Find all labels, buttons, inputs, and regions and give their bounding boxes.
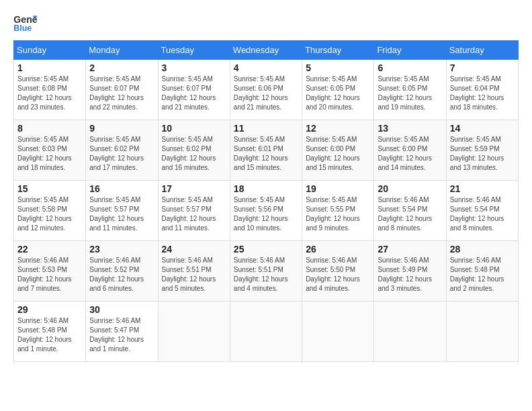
day-cell-30: 30Sunrise: 5:46 AMSunset: 5:47 PMDayligh… <box>86 302 158 362</box>
empty-cell <box>230 302 302 362</box>
day-detail: Sunrise: 5:46 AMSunset: 5:51 PMDaylight:… <box>162 257 216 292</box>
day-cell-23: 23Sunrise: 5:46 AMSunset: 5:52 PMDayligh… <box>86 241 158 302</box>
day-cell-6: 6Sunrise: 5:45 AMSunset: 6:05 PMDaylight… <box>374 60 446 120</box>
day-number: 27 <box>378 244 442 255</box>
day-number: 29 <box>17 304 82 315</box>
day-detail: Sunrise: 5:45 AMSunset: 6:02 PMDaylight:… <box>162 136 216 171</box>
day-number: 2 <box>89 62 154 73</box>
day-number: 30 <box>89 304 154 315</box>
day-number: 18 <box>234 183 298 194</box>
day-detail: Sunrise: 5:45 AMSunset: 6:00 PMDaylight:… <box>378 136 432 171</box>
weekday-header-thursday: Thursday <box>302 41 374 60</box>
day-number: 12 <box>306 123 370 134</box>
day-number: 5 <box>306 62 370 73</box>
page-header: General Blue <box>13 13 519 34</box>
logo: General Blue <box>13 13 38 34</box>
day-cell-17: 17Sunrise: 5:45 AMSunset: 5:57 PMDayligh… <box>158 181 230 241</box>
day-cell-11: 11Sunrise: 5:45 AMSunset: 6:01 PMDayligh… <box>230 120 302 181</box>
day-cell-20: 20Sunrise: 5:46 AMSunset: 5:54 PMDayligh… <box>374 181 446 241</box>
calendar-week-3: 15Sunrise: 5:45 AMSunset: 5:58 PMDayligh… <box>14 181 519 241</box>
day-cell-1: 1Sunrise: 5:45 AMSunset: 6:08 PMDaylight… <box>14 60 86 120</box>
day-number: 22 <box>17 244 82 255</box>
day-cell-24: 24Sunrise: 5:46 AMSunset: 5:51 PMDayligh… <box>158 241 230 302</box>
svg-text:Blue: Blue <box>13 24 32 33</box>
calendar-week-4: 22Sunrise: 5:46 AMSunset: 5:53 PMDayligh… <box>14 241 519 302</box>
day-cell-29: 29Sunrise: 5:46 AMSunset: 5:48 PMDayligh… <box>14 302 86 362</box>
day-detail: Sunrise: 5:45 AMSunset: 6:07 PMDaylight:… <box>162 75 216 111</box>
day-detail: Sunrise: 5:46 AMSunset: 5:51 PMDaylight:… <box>234 257 288 292</box>
day-detail: Sunrise: 5:45 AMSunset: 6:00 PMDaylight:… <box>306 136 360 171</box>
day-number: 7 <box>450 62 515 73</box>
day-cell-25: 25Sunrise: 5:46 AMSunset: 5:51 PMDayligh… <box>230 241 302 302</box>
day-cell-13: 13Sunrise: 5:45 AMSunset: 6:00 PMDayligh… <box>374 120 446 181</box>
day-number: 25 <box>234 244 298 255</box>
empty-cell <box>374 302 446 362</box>
day-number: 16 <box>89 183 154 194</box>
day-cell-21: 21Sunrise: 5:46 AMSunset: 5:54 PMDayligh… <box>446 181 518 241</box>
day-detail: Sunrise: 5:45 AMSunset: 6:03 PMDaylight:… <box>17 136 72 171</box>
day-detail: Sunrise: 5:45 AMSunset: 6:02 PMDaylight:… <box>89 136 144 171</box>
day-number: 28 <box>450 244 515 255</box>
day-cell-14: 14Sunrise: 5:45 AMSunset: 5:59 PMDayligh… <box>446 120 518 181</box>
day-detail: Sunrise: 5:45 AMSunset: 5:55 PMDaylight:… <box>306 196 360 232</box>
day-detail: Sunrise: 5:46 AMSunset: 5:48 PMDaylight:… <box>17 317 72 353</box>
calendar-week-1: 1Sunrise: 5:45 AMSunset: 6:08 PMDaylight… <box>14 60 519 120</box>
day-cell-7: 7Sunrise: 5:45 AMSunset: 6:04 PMDaylight… <box>446 60 518 120</box>
day-number: 26 <box>306 244 370 255</box>
day-cell-22: 22Sunrise: 5:46 AMSunset: 5:53 PMDayligh… <box>14 241 86 302</box>
calendar-week-5: 29Sunrise: 5:46 AMSunset: 5:48 PMDayligh… <box>14 302 519 362</box>
day-detail: Sunrise: 5:46 AMSunset: 5:54 PMDaylight:… <box>378 196 432 232</box>
weekday-header-monday: Monday <box>86 41 158 60</box>
day-detail: Sunrise: 5:45 AMSunset: 6:08 PMDaylight:… <box>17 75 72 111</box>
day-detail: Sunrise: 5:46 AMSunset: 5:52 PMDaylight:… <box>89 257 144 292</box>
day-number: 19 <box>306 183 370 194</box>
day-detail: Sunrise: 5:46 AMSunset: 5:49 PMDaylight:… <box>378 257 432 292</box>
day-detail: Sunrise: 5:46 AMSunset: 5:47 PMDaylight:… <box>89 317 144 353</box>
day-detail: Sunrise: 5:45 AMSunset: 5:57 PMDaylight:… <box>162 196 216 232</box>
day-detail: Sunrise: 5:45 AMSunset: 6:01 PMDaylight:… <box>234 136 288 171</box>
day-number: 8 <box>17 123 82 134</box>
weekday-header-tuesday: Tuesday <box>158 41 230 60</box>
day-detail: Sunrise: 5:46 AMSunset: 5:50 PMDaylight:… <box>306 257 360 292</box>
day-detail: Sunrise: 5:45 AMSunset: 6:06 PMDaylight:… <box>234 75 288 111</box>
day-cell-3: 3Sunrise: 5:45 AMSunset: 6:07 PMDaylight… <box>158 60 230 120</box>
day-cell-28: 28Sunrise: 5:46 AMSunset: 5:48 PMDayligh… <box>446 241 518 302</box>
day-number: 24 <box>162 244 226 255</box>
day-cell-18: 18Sunrise: 5:45 AMSunset: 5:56 PMDayligh… <box>230 181 302 241</box>
day-number: 23 <box>89 244 154 255</box>
empty-cell <box>302 302 374 362</box>
day-number: 10 <box>162 123 226 134</box>
day-number: 4 <box>234 62 298 73</box>
day-detail: Sunrise: 5:45 AMSunset: 6:04 PMDaylight:… <box>450 75 504 111</box>
day-number: 13 <box>378 123 442 134</box>
day-number: 1 <box>17 62 82 73</box>
day-detail: Sunrise: 5:45 AMSunset: 5:59 PMDaylight:… <box>450 136 504 171</box>
day-cell-19: 19Sunrise: 5:45 AMSunset: 5:55 PMDayligh… <box>302 181 374 241</box>
day-detail: Sunrise: 5:45 AMSunset: 6:05 PMDaylight:… <box>378 75 432 111</box>
logo-icon: General Blue <box>13 13 38 34</box>
day-number: 3 <box>162 62 226 73</box>
weekday-header-wednesday: Wednesday <box>230 41 302 60</box>
day-number: 17 <box>162 183 226 194</box>
day-detail: Sunrise: 5:46 AMSunset: 5:54 PMDaylight:… <box>450 196 504 232</box>
day-cell-8: 8Sunrise: 5:45 AMSunset: 6:03 PMDaylight… <box>14 120 86 181</box>
weekday-header-sunday: Sunday <box>14 41 86 60</box>
calendar-body: 1Sunrise: 5:45 AMSunset: 6:08 PMDaylight… <box>14 60 519 362</box>
day-number: 21 <box>450 183 515 194</box>
empty-cell <box>158 302 230 362</box>
day-cell-4: 4Sunrise: 5:45 AMSunset: 6:06 PMDaylight… <box>230 60 302 120</box>
weekday-header-saturday: Saturday <box>446 41 518 60</box>
weekday-header-friday: Friday <box>374 41 446 60</box>
day-cell-5: 5Sunrise: 5:45 AMSunset: 6:05 PMDaylight… <box>302 60 374 120</box>
day-number: 15 <box>17 183 82 194</box>
empty-cell <box>446 302 518 362</box>
day-cell-2: 2Sunrise: 5:45 AMSunset: 6:07 PMDaylight… <box>86 60 158 120</box>
day-cell-26: 26Sunrise: 5:46 AMSunset: 5:50 PMDayligh… <box>302 241 374 302</box>
day-number: 9 <box>89 123 154 134</box>
day-detail: Sunrise: 5:46 AMSunset: 5:48 PMDaylight:… <box>450 257 504 292</box>
day-detail: Sunrise: 5:45 AMSunset: 5:57 PMDaylight:… <box>89 196 144 232</box>
day-cell-15: 15Sunrise: 5:45 AMSunset: 5:58 PMDayligh… <box>14 181 86 241</box>
day-detail: Sunrise: 5:46 AMSunset: 5:53 PMDaylight:… <box>17 257 72 292</box>
day-detail: Sunrise: 5:45 AMSunset: 5:56 PMDaylight:… <box>234 196 288 232</box>
day-detail: Sunrise: 5:45 AMSunset: 6:07 PMDaylight:… <box>89 75 144 111</box>
